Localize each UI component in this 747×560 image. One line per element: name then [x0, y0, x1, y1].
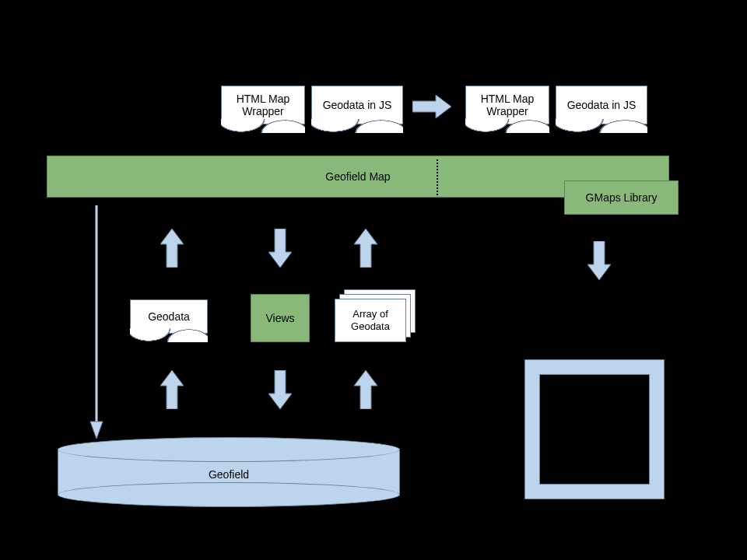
svg-marker-8 — [354, 370, 377, 409]
doc-label: HTML Map Wrapper — [471, 93, 544, 117]
doc-geodata: Geodata — [130, 299, 208, 334]
bar-label: Geofield Map — [325, 170, 390, 183]
svg-marker-3 — [354, 229, 377, 268]
doc-label: Geodata in JS — [323, 99, 392, 111]
arrow-down-2 — [268, 370, 292, 409]
arrow-up-1 — [160, 229, 184, 268]
cylinder-geofield: Geofield — [58, 437, 400, 507]
svg-marker-6 — [160, 370, 184, 409]
frame-output — [524, 359, 665, 499]
bar-divider — [437, 159, 438, 195]
doc-label: HTML Map Wrapper — [226, 93, 300, 117]
views-label: Views — [265, 312, 294, 324]
doc-geodata-js-left: Geodata in JS — [311, 86, 403, 124]
doc-label: Geodata in JS — [567, 99, 637, 111]
box-gmaps-library: GMaps Library — [564, 180, 679, 215]
doc-label: Geodata — [148, 310, 190, 323]
arrow-down-1 — [268, 229, 292, 268]
svg-marker-7 — [268, 370, 292, 409]
doc-geodata-js-right: Geodata in JS — [556, 86, 647, 124]
arrow-long-down — [89, 205, 104, 439]
svg-marker-1 — [160, 229, 184, 268]
arrow-up-2 — [354, 229, 377, 268]
arrow-up-4 — [354, 370, 377, 409]
stack-array-geodata: Array of Geodata — [335, 289, 420, 342]
svg-marker-9 — [587, 241, 611, 280]
svg-marker-0 — [412, 95, 451, 118]
cylinder-label: Geofield — [58, 468, 400, 481]
svg-marker-2 — [268, 229, 292, 268]
doc-html-map-wrapper-left: HTML Map Wrapper — [221, 86, 305, 124]
gmaps-label: GMaps Library — [586, 191, 658, 204]
stack-label: Array of Geodata — [335, 308, 405, 332]
svg-marker-5 — [90, 422, 103, 439]
arrow-up-3 — [160, 370, 184, 409]
box-views: Views — [251, 294, 310, 342]
doc-html-map-wrapper-right: HTML Map Wrapper — [465, 86, 549, 124]
arrow-down-to-frame — [587, 241, 611, 280]
frame-inner — [539, 374, 650, 485]
arrow-right-top — [412, 95, 451, 118]
